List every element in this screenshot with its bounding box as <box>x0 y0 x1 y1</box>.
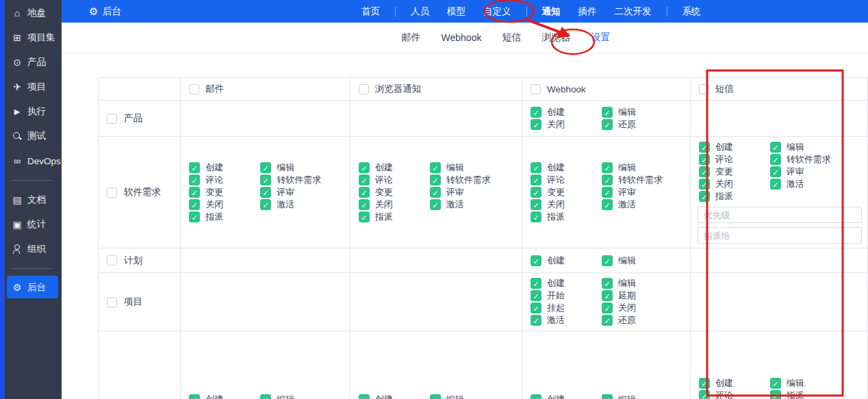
permission-checkbox[interactable]: ✓ <box>359 187 370 198</box>
permission-checkbox[interactable]: ✓ <box>531 255 541 266</box>
topnav-item-custom[interactable]: 自定义 <box>474 0 520 23</box>
permission-checkbox[interactable]: ✓ <box>359 162 370 173</box>
permission-checkbox[interactable]: ✓ <box>189 187 200 198</box>
subnav-item-settings[interactable]: 设置 <box>580 31 620 44</box>
permission-checkbox[interactable]: ✓ <box>770 179 781 190</box>
permission-checkbox[interactable]: ✓ <box>531 107 541 118</box>
column-checkbox-webhook[interactable] <box>531 84 541 94</box>
permission-checkbox[interactable]: ✓ <box>770 154 781 165</box>
permission-checkbox[interactable]: ✓ <box>602 394 613 399</box>
permission-checkbox[interactable]: ✓ <box>531 394 541 399</box>
permission-checkbox[interactable]: ✓ <box>189 211 200 222</box>
permission-checkbox[interactable]: ✓ <box>189 394 200 399</box>
sidebar-item-admin[interactable]: ⚙后台 <box>7 276 58 298</box>
permission-checkbox[interactable]: ✓ <box>260 199 271 210</box>
permission-checkbox[interactable]: ✓ <box>602 278 613 289</box>
permission-checkbox[interactable]: ✓ <box>602 255 613 266</box>
permission-checkbox[interactable]: ✓ <box>602 107 613 118</box>
permission-checkbox[interactable]: ✓ <box>260 187 271 198</box>
permission-checkbox[interactable]: ✓ <box>189 162 200 173</box>
permission-checkbox[interactable]: ✓ <box>770 166 781 177</box>
permission-checkbox[interactable]: ✓ <box>260 175 271 185</box>
topnav-item-system[interactable]: 系统 <box>674 0 710 23</box>
permission-item: ✓编辑 <box>430 162 464 174</box>
topnav-item-home[interactable]: 首页 <box>353 0 389 23</box>
permission-checkbox[interactable]: ✓ <box>602 290 613 301</box>
permission-checkbox[interactable]: ✓ <box>531 278 541 289</box>
permission-checkbox[interactable]: ✓ <box>770 390 781 399</box>
permission-checkbox[interactable]: ✓ <box>359 199 370 210</box>
row-checkbox-project[interactable] <box>107 297 117 307</box>
permission-checkbox[interactable]: ✓ <box>359 175 370 185</box>
sidebar-item-home[interactable]: ⌂地盘 <box>5 1 62 25</box>
sms-input-1[interactable] <box>698 227 862 244</box>
topnav-item-notify[interactable]: 通知 <box>533 0 570 23</box>
permission-checkbox[interactable]: ✓ <box>602 187 613 198</box>
subnav-item-mail[interactable]: 邮件 <box>392 31 431 44</box>
permission-checkbox[interactable]: ✓ <box>699 154 710 165</box>
permission-checkbox[interactable]: ✓ <box>531 187 541 198</box>
permission-checkbox[interactable]: ✓ <box>189 199 200 210</box>
topnav-item-people[interactable]: 人员 <box>402 0 438 23</box>
permission-checkbox[interactable]: ✓ <box>260 162 271 173</box>
permission-checkbox[interactable]: ✓ <box>699 378 710 389</box>
subnav-item-browser[interactable]: 浏览器 <box>531 31 580 44</box>
permission-checkbox[interactable]: ✓ <box>430 199 441 210</box>
permission-checkbox[interactable]: ✓ <box>430 394 441 399</box>
permission-checkbox[interactable]: ✓ <box>359 394 370 399</box>
sidebar-item-org[interactable]: 组织 <box>5 237 62 261</box>
permission-checkbox[interactable]: ✓ <box>699 179 710 190</box>
permission-checkbox[interactable]: ✓ <box>602 303 613 313</box>
subnav-item-sms[interactable]: 短信 <box>492 31 531 44</box>
permission-checkbox[interactable]: ✓ <box>430 175 441 185</box>
topnav-item-plugin[interactable]: 插件 <box>570 0 606 23</box>
col-header-content: 短信 <box>691 83 867 95</box>
permission-checkbox[interactable]: ✓ <box>189 175 200 185</box>
permission-checkbox[interactable]: ✓ <box>531 162 541 173</box>
permission-checkbox[interactable]: ✓ <box>359 211 370 222</box>
permission-checkbox[interactable]: ✓ <box>699 142 710 153</box>
row-checkbox-product[interactable] <box>107 114 117 124</box>
permission-checkbox[interactable]: ✓ <box>531 175 541 185</box>
sidebar-item-project[interactable]: ✈项目 <box>5 75 62 99</box>
permission-label: 评审 <box>787 166 804 178</box>
permission-checkbox[interactable]: ✓ <box>531 119 541 130</box>
sidebar-item-doc[interactable]: ▤文档 <box>5 188 62 212</box>
row-checkbox-plan[interactable] <box>107 255 117 266</box>
permission-checkbox[interactable]: ✓ <box>699 166 710 177</box>
permission-checkbox[interactable]: ✓ <box>770 142 781 153</box>
permission-checkbox[interactable]: ✓ <box>602 162 613 173</box>
row-checkbox-story[interactable] <box>107 188 117 198</box>
permission-checkbox[interactable]: ✓ <box>602 315 613 326</box>
permission-item: ✓变更 <box>359 186 430 198</box>
permission-checkbox[interactable]: ✓ <box>602 199 613 210</box>
permission-checkbox[interactable]: ✓ <box>430 187 441 198</box>
cell-project-browser <box>350 273 522 331</box>
permission-checkbox[interactable]: ✓ <box>531 315 541 326</box>
topnav-item-dev[interactable]: 二次开发 <box>606 0 661 23</box>
column-checkbox-browser[interactable] <box>359 84 369 94</box>
permission-checkbox[interactable]: ✓ <box>770 378 781 389</box>
permission-checkbox[interactable]: ✓ <box>531 211 541 222</box>
sms-input-0[interactable] <box>698 207 862 223</box>
permission-checkbox[interactable]: ✓ <box>430 162 441 173</box>
sidebar-item-product[interactable]: ⊙产品 <box>5 50 62 75</box>
permission-checkbox[interactable]: ✓ <box>531 199 541 210</box>
topnav-item-model[interactable]: 模型 <box>438 0 474 23</box>
subnav-item-webhook[interactable]: Webhook <box>431 32 492 43</box>
sidebar-item-test[interactable]: 测试 <box>5 124 62 149</box>
permission-checkbox[interactable]: ✓ <box>260 394 271 399</box>
column-checkbox-mail[interactable] <box>189 84 199 94</box>
sidebar-item-project-set[interactable]: ⊞项目集 <box>5 25 62 50</box>
permission-checkbox[interactable]: ✓ <box>531 303 541 313</box>
sidebar-item-devops[interactable]: ∞DevOps <box>5 149 62 173</box>
sidebar-item-execution[interactable]: ►执行 <box>5 99 62 124</box>
doc-icon: ▤ <box>12 194 23 205</box>
permission-checkbox[interactable]: ✓ <box>699 191 710 202</box>
permission-checkbox[interactable]: ✓ <box>531 290 541 301</box>
permission-checkbox[interactable]: ✓ <box>699 390 710 399</box>
permission-checkbox[interactable]: ✓ <box>602 175 613 185</box>
permission-checkbox[interactable]: ✓ <box>602 119 613 130</box>
column-checkbox-sms[interactable] <box>699 84 709 94</box>
sidebar-item-stats[interactable]: ▣统计 <box>5 212 62 237</box>
